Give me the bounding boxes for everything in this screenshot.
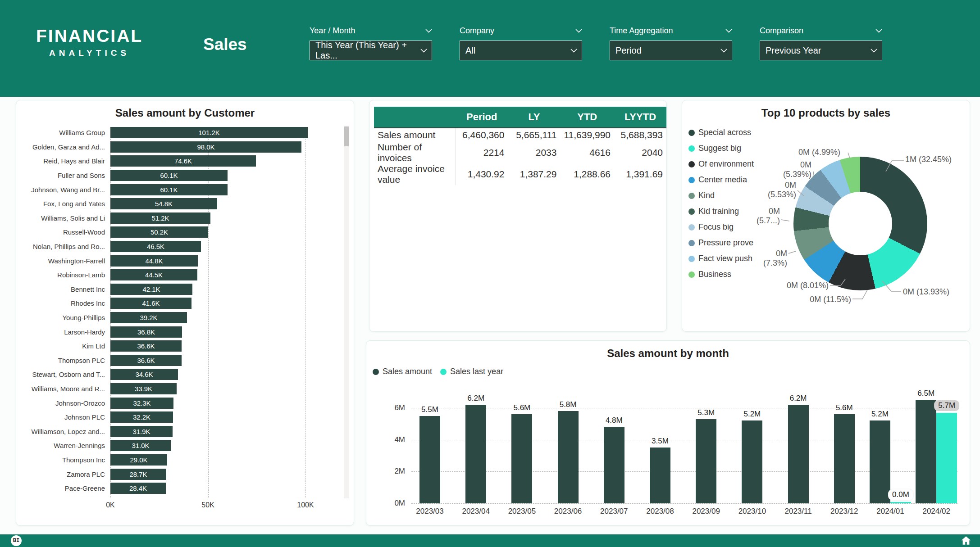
chevron-down-icon[interactable]	[875, 29, 882, 33]
kpi-value: 11,639,990	[560, 128, 614, 142]
customer-bar[interactable]: 36.6K	[110, 340, 182, 352]
customer-bar[interactable]: 32.2K	[110, 411, 173, 423]
donut-label-line: 0M (8.01%)	[770, 281, 829, 290]
home-button[interactable]	[960, 535, 972, 547]
customer-bar[interactable]: 50.2K	[110, 226, 208, 238]
customer-bar[interactable]: 60.1K	[110, 170, 228, 181]
customer-bar-row: Robinson-Lamb44.5K	[22, 268, 343, 282]
customer-bar[interactable]: 51.2K	[110, 212, 210, 224]
sales-last-year-bar[interactable]: 0.0M	[890, 502, 911, 503]
customer-bar[interactable]: 32.3K	[110, 398, 173, 409]
month-bar-group: 5.2M0.0M	[867, 420, 913, 503]
sales-amount-bar[interactable]: 6.5M	[916, 400, 936, 503]
monthly-chart-title: Sales amount by month	[366, 347, 970, 360]
sales-amount-bar[interactable]: 6.2M	[465, 405, 486, 503]
bar-value-label: 6.2M	[467, 394, 484, 403]
customer-bar[interactable]: 98.0K	[110, 141, 301, 153]
app-logo: FINANCIAL ANALYTICS	[36, 26, 143, 58]
kpi-table: PeriodLYYTDLYYTD Sales amount6,460,3605,…	[374, 107, 666, 185]
chevron-down-icon[interactable]	[720, 49, 727, 53]
bar-value-label: 31.0K	[132, 442, 149, 449]
chevron-down-icon[interactable]	[570, 49, 577, 53]
customer-label: Larson-Hardy	[22, 328, 110, 336]
dropdown-value: This Year (This Year) + Las...	[315, 40, 420, 61]
sales-amount-bar[interactable]: 6.2M	[788, 405, 809, 503]
kpi-table-header: PeriodLYYTDLYYTD	[374, 107, 666, 128]
customer-bar[interactable]: 54.8K	[110, 198, 217, 209]
bar-value-label: 5.6M	[513, 403, 530, 412]
customer-bar[interactable]: 46.5K	[110, 241, 201, 252]
customer-bar[interactable]: 42.1K	[110, 284, 192, 295]
chevron-down-icon[interactable]	[871, 49, 877, 53]
month-bar-group: 5.8M	[545, 411, 591, 503]
filter-group-company: CompanyAll	[460, 25, 582, 60]
customer-bar[interactable]: 31.0K	[110, 440, 171, 451]
sales-amount-bar[interactable]: 5.6M	[834, 414, 855, 503]
chevron-down-icon[interactable]	[425, 29, 432, 33]
customer-label: Fuller and Sons	[22, 172, 110, 179]
legend-item-sales-amount[interactable]: Sales amount	[373, 367, 432, 376]
comparison-dropdown[interactable]: Previous Year	[760, 41, 882, 60]
kpi-row-label: Sales amount	[374, 128, 456, 142]
customer-bar-row: Thompson Inc29.0K	[22, 453, 343, 467]
sales-amount-bar[interactable]: 5.6M	[511, 414, 532, 503]
bar-value-label: 32.2K	[133, 413, 150, 421]
customer-bar[interactable]: 39.2K	[110, 312, 187, 323]
customer-bar[interactable]: 31.9K	[110, 426, 173, 437]
customer-bar-row: Warren-Jennings31.0K	[22, 439, 343, 453]
customer-bar[interactable]: 28.7K	[110, 469, 166, 480]
customer-bar[interactable]: 36.6K	[110, 355, 182, 366]
year-month-dropdown[interactable]: This Year (This Year) + Las...	[310, 41, 432, 60]
header-bar: FINANCIAL ANALYTICS Sales Year / MonthTh…	[0, 0, 980, 97]
chevron-down-icon[interactable]	[420, 49, 427, 53]
customer-bar[interactable]: 34.6K	[110, 369, 178, 380]
kpi-value: 1,430.92	[456, 163, 508, 185]
top-products-card: Top 10 products by sales Special acrossS…	[682, 100, 970, 332]
donut-label-line: 0M	[738, 249, 787, 258]
y-axis-tick: 4M	[374, 435, 405, 444]
customer-bar-row: Zamora PLC28.7K	[22, 467, 343, 481]
donut-data-label: 0M (13.93%)	[903, 287, 971, 297]
customer-bar[interactable]: 41.6K	[110, 298, 191, 309]
customer-bar-row: Fox, Long and Yates54.8K	[22, 197, 343, 211]
donut-label-line: 0M (4.99%)	[798, 148, 848, 157]
y-axis-tick: 6M	[374, 403, 405, 412]
bar-value-label: 5.2M	[743, 410, 761, 419]
sales-amount-bar[interactable]: 5.2M	[870, 420, 890, 503]
customer-chart-scrollbar[interactable]	[344, 126, 349, 498]
sales-last-year-bar[interactable]: 5.7M	[936, 413, 957, 503]
customer-bar[interactable]: 28.4K	[110, 483, 166, 494]
customer-bar[interactable]: 60.1K	[110, 184, 228, 195]
donut-data-label: 0M(5.7...)	[730, 207, 780, 226]
sales-amount-bar[interactable]: 5.8M	[558, 411, 579, 503]
sales-amount-bar[interactable]: 4.8M	[604, 427, 624, 503]
customer-label: Young-Phillips	[22, 314, 110, 321]
customer-bar[interactable]: 33.9K	[110, 383, 177, 394]
sales-amount-bar[interactable]: 3.5M	[650, 448, 670, 503]
sales-amount-bar[interactable]: 5.5M	[419, 416, 440, 503]
customer-label: Golden, Garza and Ad...	[22, 143, 110, 151]
dropdown-value: Previous Year	[766, 45, 821, 56]
kpi-column-header: Period	[456, 107, 508, 128]
scrollbar-thumb[interactable]	[344, 127, 349, 146]
bar-value-label: 36.6K	[137, 342, 155, 350]
x-axis-tick: 2024/02	[905, 507, 968, 516]
sales-amount-bar[interactable]: 5.3M	[696, 419, 716, 503]
customer-bar[interactable]: 74.6K	[110, 155, 256, 167]
customer-bar[interactable]: 44.5K	[110, 269, 197, 280]
customer-label: Johnson, Wang and Br...	[22, 186, 110, 194]
customer-bar[interactable]: 101.2K	[110, 127, 308, 138]
bar-value-label: 5.7M	[934, 400, 959, 411]
customer-bar[interactable]: 44.8K	[110, 255, 198, 267]
chevron-down-icon[interactable]	[725, 29, 732, 33]
sales-amount-bar[interactable]: 5.2M	[742, 420, 762, 503]
customer-bar[interactable]: 36.8K	[110, 326, 182, 338]
chevron-down-icon[interactable]	[575, 29, 582, 33]
legend-label: Sales amount	[383, 367, 432, 376]
legend-item-sales-last-year[interactable]: Sales last year	[440, 367, 503, 376]
customer-label: Kim Ltd	[22, 342, 110, 350]
company-dropdown[interactable]: All	[460, 41, 582, 60]
bar-value-label: 44.5K	[145, 271, 163, 279]
customer-bar[interactable]: 29.0K	[110, 454, 167, 466]
time-aggregation-dropdown[interactable]: Period	[610, 41, 732, 60]
